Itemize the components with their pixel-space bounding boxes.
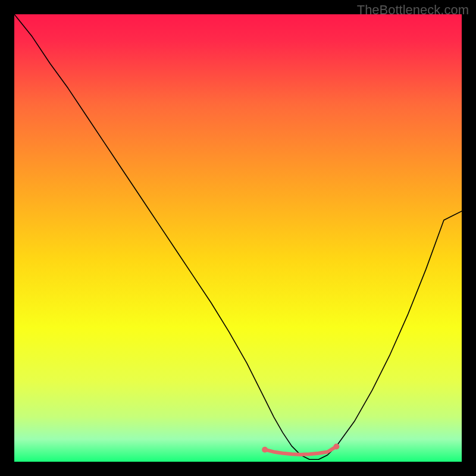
bottom-highlight-point bbox=[262, 447, 268, 453]
chart-background bbox=[14, 14, 462, 462]
bottom-highlight-point bbox=[333, 443, 339, 449]
watermark: TheBottleneck.com bbox=[357, 2, 469, 18]
chart-plot-area bbox=[14, 14, 462, 462]
chart-svg bbox=[14, 14, 462, 462]
